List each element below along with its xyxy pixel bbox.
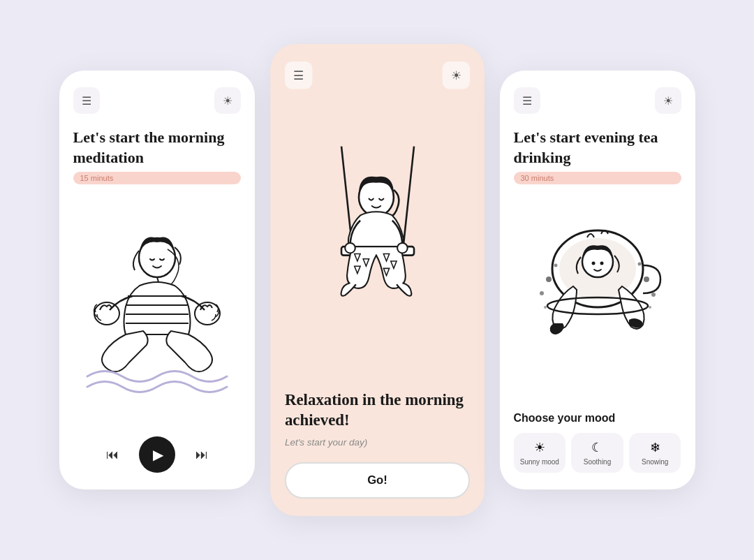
svg-point-23	[600, 262, 603, 265]
svg-point-22	[591, 262, 595, 265]
next-icon: ⏭	[195, 448, 208, 462]
mood-item-snowing[interactable]: ❄ Snowing	[629, 433, 681, 473]
svg-point-18	[397, 243, 407, 253]
mood-section: Choose your mood ☀ Sunny mood ☾ Soothing…	[514, 412, 681, 473]
svg-point-31	[649, 306, 651, 309]
top-bar-middle: ☰ ☀	[284, 61, 469, 89]
sunny-icon: ☀	[518, 440, 562, 455]
swing-illustration	[284, 103, 469, 378]
screen-container: ☰ ☀ Let's start the morning meditation 1…	[31, 25, 723, 535]
phone-card-meditation: ☰ ☀ Let's start the morning meditation 1…	[59, 71, 255, 489]
phone-card-achievement: ☰ ☀	[270, 44, 485, 516]
svg-point-25	[540, 291, 544, 295]
achievement-sub: Let's start your day)	[284, 437, 469, 448]
next-button[interactable]: ⏭	[189, 442, 214, 467]
mood-item-sunny[interactable]: ☀ Sunny mood	[514, 433, 566, 473]
settings-button-middle[interactable]: ☀	[442, 61, 470, 89]
go-button[interactable]: Go!	[284, 462, 469, 499]
soothing-label: Soothing	[575, 458, 619, 466]
phone-card-tea: ☰ ☀ Let's start evening tea drinking 30 …	[500, 71, 695, 489]
tea-time: 30 minuts	[514, 172, 681, 184]
svg-point-17	[344, 243, 355, 253]
svg-point-24	[546, 277, 552, 282]
mood-grid: ☀ Sunny mood ☾ Soothing ❄ Snowing	[514, 433, 681, 473]
svg-point-26	[554, 264, 557, 267]
top-bar-right: ☰ ☀	[514, 87, 681, 114]
settings-icon-middle: ☀	[451, 68, 461, 82]
achievement-title: Relaxation in the morning achieved!	[284, 390, 469, 431]
play-button[interactable]: ▶	[139, 436, 175, 473]
top-bar-left: ☰ ☀	[73, 87, 241, 114]
meditation-illustration	[73, 194, 241, 418]
settings-button-left[interactable]: ☀	[214, 87, 241, 114]
svg-point-28	[651, 293, 656, 297]
swing-svg	[290, 139, 464, 342]
menu-button-left[interactable]: ☰	[73, 87, 100, 114]
mood-item-soothing[interactable]: ☾ Soothing	[571, 433, 623, 473]
settings-icon-left: ☀	[223, 94, 232, 108]
menu-icon-middle: ☰	[293, 68, 304, 82]
menu-button-middle[interactable]: ☰	[284, 61, 312, 89]
menu-icon-left: ☰	[82, 94, 91, 108]
snowing-label: Snowing	[633, 458, 677, 466]
meditation-svg	[80, 216, 234, 397]
menu-icon-right: ☰	[522, 94, 532, 108]
menu-button-right[interactable]: ☰	[514, 87, 540, 114]
play-icon: ▶	[153, 446, 163, 463]
prev-icon: ⏮	[106, 448, 119, 462]
svg-line-8	[402, 147, 413, 249]
soothing-icon: ☾	[575, 440, 619, 455]
svg-point-27	[644, 277, 649, 282]
mood-title: Choose your mood	[514, 412, 681, 425]
tea-svg	[521, 216, 674, 384]
snowing-icon: ❄	[633, 440, 677, 455]
svg-point-30	[544, 306, 547, 309]
settings-button-right[interactable]: ☀	[655, 87, 681, 114]
sunny-label: Sunny mood	[518, 458, 562, 466]
player-controls: ⏮ ▶ ⏭	[73, 429, 241, 473]
tea-illustration	[514, 194, 681, 406]
prev-button[interactable]: ⏮	[100, 442, 125, 467]
meditation-time: 15 minuts	[73, 172, 241, 184]
tea-title: Let's start evening tea drinking	[514, 128, 681, 168]
meditation-title: Let's start the morning meditation	[73, 128, 241, 168]
settings-icon-right: ☀	[663, 94, 673, 108]
svg-point-29	[637, 263, 641, 266]
